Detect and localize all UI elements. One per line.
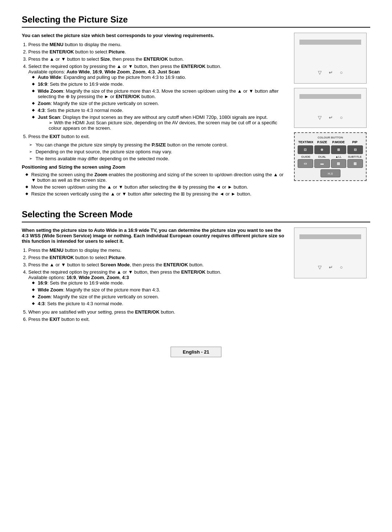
tv-icons-row-3: ▽ ↵ ○: [294, 265, 366, 270]
remote-label-pip: PIP: [347, 140, 363, 144]
s2-step-6: Press the EXIT button to exit.: [28, 317, 287, 322]
remote-btn-pmode[interactable]: ⊞: [331, 145, 347, 154]
section-screen-mode: Selecting the Screen Mode When setting t…: [22, 209, 370, 325]
arrow-psize: You can change the picture size simply b…: [29, 142, 287, 148]
remote-labels-row2: GUIDE DUAL ▲LL SUBTITLE: [298, 155, 363, 158]
tv-icon-triangle-3: ▽: [318, 265, 322, 270]
section1-title: Selecting the Picture Size: [22, 15, 370, 25]
section1-intro: You can select the picture size which be…: [22, 33, 287, 38]
tv-icon-circle-2: ○: [340, 115, 343, 120]
section2-image-col: ▽ ↵ ○: [294, 227, 370, 325]
tv-icon-circle-1: ○: [340, 70, 343, 75]
remote-btn-textmix[interactable]: ⊡: [298, 145, 313, 154]
section2-title: Selecting the Screen Mode: [22, 209, 370, 219]
step-1-1: Press the MENU button to display the men…: [28, 42, 287, 47]
tv-icon-enter-2: ↵: [329, 115, 333, 120]
tv-diagram-3: ▽ ↵ ○: [294, 227, 367, 278]
tv-menu-bar-3: [299, 234, 361, 239]
s2-step-5: When you are satisfied with your setting…: [28, 309, 287, 315]
section1-step5: Press the EXIT button to exit.: [22, 134, 287, 139]
tv-icon-enter-3: ↵: [329, 265, 333, 270]
s2-step-3: Press the ▲ or ▼ button to select Screen…: [28, 262, 287, 267]
remote-label-textmix: TEXT/MIX: [298, 140, 314, 144]
sub-bullet-hdmi: With the HDMI Just Scan picture size, de…: [38, 120, 287, 131]
pos-bullet-1: Resizing the screen using the Zoom enabl…: [25, 172, 287, 183]
section2-step5-6: When you are satisfied with your setting…: [22, 309, 287, 322]
tv-icon-enter-1: ↵: [329, 70, 333, 75]
tv-diagram-1: ▽ ↵ ○: [294, 33, 367, 84]
section2-divider: [22, 222, 370, 222]
tv-icons-row-2: ▽ ↵ ○: [294, 115, 366, 120]
tv-menu-bar-2: [299, 94, 361, 99]
bullet-autowide: Auto Wide: Expanding and pulling up the …: [32, 74, 287, 80]
tv-icon-triangle-1: ▽: [318, 70, 322, 75]
remote-label-guide: GUIDE: [298, 155, 314, 158]
section1-text-col: You can select the picture size which be…: [22, 33, 287, 198]
section2-text-col: When setting the picture size to Auto Wi…: [22, 227, 287, 325]
positioning-heading: Positioning and Sizing the screen using …: [22, 164, 287, 170]
remote-btn-guide[interactable]: ▭: [298, 159, 313, 168]
step-1-3: Press the ▲ or ▼ button to select Size, …: [28, 56, 287, 62]
section1-arrows: You can change the picture size simply b…: [22, 142, 287, 161]
pos-bullet-3: Resize the screen vertically using the ▲…: [25, 191, 287, 197]
remote-btn-row-2: ▭ ▬ ▤ ▥: [298, 159, 363, 168]
pos-bullet-2: Move the screen up/down using the ▲ or ▼…: [25, 184, 287, 190]
bullet-169: 16:9: Sets the picture to 16:9 wide mode…: [32, 81, 287, 87]
remote-btn-ll[interactable]: ▤: [331, 159, 347, 168]
step-1-2: Press the ENTER/OK button to select Pict…: [28, 49, 287, 55]
tv-icons-row-1: ▽ ↵ ○: [294, 70, 366, 75]
s2-step-4: Select the required option by pressing t…: [28, 269, 287, 306]
remote-label-ll: ▲LL: [330, 155, 347, 158]
remote-diagram: COLOUR BUTTON TEXT/MIX P.SIZE P.MODE PIP…: [294, 132, 367, 181]
remote-label-dual: DUAL: [314, 155, 330, 158]
remote-labels-row: TEXT/MIX P.SIZE P.MODE PIP: [298, 140, 363, 144]
tv-menu-bar-1: [299, 40, 361, 45]
tv-icon-triangle-2: ▽: [318, 115, 322, 120]
bullet-justscan: Just Scan: Displays the input scenes as …: [32, 114, 287, 131]
section2-steps: Press the MENU button to display the men…: [22, 247, 287, 306]
arrow-items: The items available may differ depending…: [29, 156, 287, 161]
section1-steps: Press the MENU button to display the men…: [22, 42, 287, 131]
remote-btn-row-1: ⊡ ⊕ ⊞ ⊟: [298, 145, 363, 154]
section2-bullets: 16:9: Sets the picture to 16:9 wide mode…: [28, 280, 287, 306]
section1-image-col: ▽ ↵ ○ ▽ ↵ ○ COLOUR BUTTON TEXT/MIX: [294, 33, 370, 198]
tv-icon-circle-3: ○: [340, 265, 343, 270]
bullet-43: 4:3: Sets the picture to 4:3 normal mode…: [32, 108, 287, 113]
section-picture-size: Selecting the Picture Size You can selec…: [22, 15, 370, 198]
remote-label-psize: P.SIZE: [314, 140, 330, 144]
s2-bullet-zoom: Zoom: Magnify the size of the picture ve…: [32, 294, 287, 299]
footer: English - 21: [22, 336, 370, 357]
remote-btn-pip[interactable]: ⊟: [347, 145, 363, 154]
arrow-input: Depending on the input source, the pictu…: [29, 149, 287, 154]
bullet-zoom: Zoom: Magnify the size of the picture ve…: [32, 101, 287, 106]
remote-label-pmode: P.MODE: [330, 140, 347, 144]
section1-divider: [22, 27, 370, 28]
bullet-widezoom: Wide Zoom: Magnify the size of the pictu…: [32, 88, 287, 99]
remote-btn-hii[interactable]: H.II: [320, 169, 340, 177]
remote-bottom-btn-row: H.II: [298, 169, 363, 177]
remote-color-button-label: COLOUR BUTTON: [298, 136, 363, 139]
remote-btn-psize[interactable]: ⊕: [314, 145, 330, 154]
remote-btn-dual[interactable]: ▬: [314, 159, 330, 168]
step-1-4: Select the required option by pressing t…: [28, 64, 287, 131]
step-1-5: Press the EXIT button to exit.: [28, 134, 287, 139]
s2-step-1: Press the MENU button to display the men…: [28, 247, 287, 253]
remote-btn-subtitle[interactable]: ▥: [347, 159, 363, 168]
tv-diagram-2: ▽ ↵ ○: [294, 88, 367, 128]
s2-step-2: Press the ENTER/OK button to select Pict…: [28, 255, 287, 260]
section1-bullets: Auto Wide: Expanding and pulling up the …: [28, 74, 287, 131]
s2-bullet-169: 16:9: Sets the picture to 16:9 wide mode…: [32, 280, 287, 286]
section2-intro: When setting the picture size to Auto Wi…: [22, 227, 287, 244]
s2-bullet-43: 4:3: Sets the picture to 4:3 normal mode…: [32, 301, 287, 306]
remote-label-subtitle: SUBTITLE: [347, 155, 363, 158]
positioning-bullets: Resizing the screen using the Zoom enabl…: [22, 172, 287, 197]
s2-bullet-widezoom: Wide Zoom: Magnify the size of the pictu…: [32, 287, 287, 293]
footer-label: English - 21: [171, 347, 221, 357]
